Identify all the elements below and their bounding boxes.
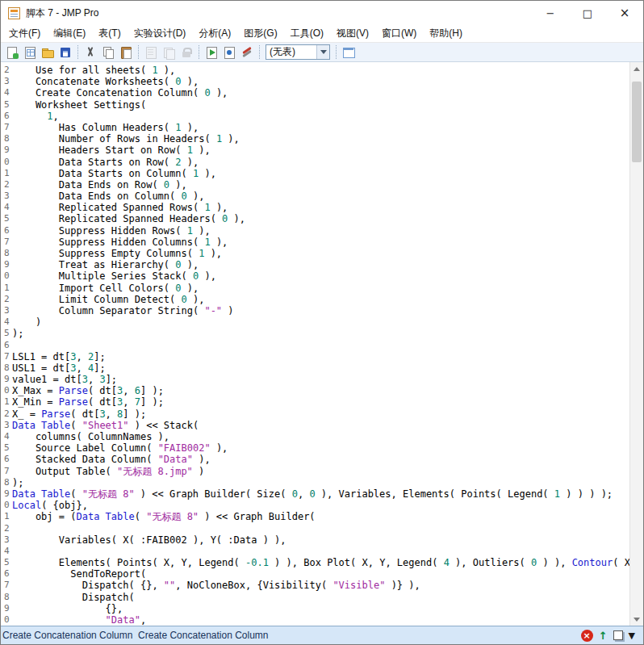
code-line[interactable]: 9value1 = dt[3, 3]; bbox=[1, 374, 629, 385]
code-text: USL1 = dt[3, 4]; bbox=[12, 362, 106, 374]
debug-script-icon-button[interactable] bbox=[220, 44, 238, 61]
code-line[interactable]: 8 Suppress Empty Columns( 1 ), bbox=[1, 248, 629, 259]
code-line[interactable]: 7 Dispatch( {}, "", NoCloneBox, {Visibil… bbox=[1, 580, 629, 591]
new-script-icon-button[interactable] bbox=[3, 44, 21, 61]
line-number: 1 bbox=[1, 511, 12, 522]
code-line[interactable]: 2 Limit Column Detect( 0 ), bbox=[1, 294, 629, 305]
code-line[interactable]: 7 Output Table( "无标题 8.jmp" ) bbox=[1, 466, 629, 477]
code-line[interactable]: 2X_ = Parse( dt[3, 8] ); bbox=[1, 408, 629, 420]
menu-item[interactable]: 工具(O) bbox=[284, 25, 330, 42]
code-line[interactable]: 6 1, bbox=[1, 111, 629, 122]
run-script-icon-button[interactable] bbox=[203, 44, 220, 61]
code-text: ) bbox=[12, 316, 41, 328]
layout-icon bbox=[162, 46, 175, 59]
paste-icon-button[interactable] bbox=[117, 44, 135, 61]
menu-item[interactable]: 窗口(W) bbox=[375, 25, 423, 42]
copy-icon-button[interactable] bbox=[99, 44, 117, 61]
code-line[interactable]: 6 Suppress Hidden Rows( 1 ), bbox=[1, 225, 629, 237]
code-line[interactable]: 3 Column Separator String( "-" ) bbox=[1, 305, 629, 316]
chevron-down-icon[interactable] bbox=[316, 45, 329, 59]
new-data-table-icon-button[interactable] bbox=[21, 44, 39, 61]
cut-icon-button[interactable] bbox=[82, 44, 99, 61]
code-line[interactable]: 4 Replicated Spanned Rows( 1 ), bbox=[1, 202, 629, 213]
code-line[interactable]: 0 "Data", bbox=[1, 614, 629, 626]
code-line[interactable]: 5 Elements( Points( X, Y, Legend( -0.1 )… bbox=[1, 557, 629, 568]
menubar: 文件(F)编辑(E)表(T)实验设计(D)分析(A)图形(G)工具(O)视图(V… bbox=[1, 25, 643, 43]
menu-item[interactable]: 文件(F) bbox=[2, 25, 47, 42]
maximize-button[interactable]: □ bbox=[569, 1, 606, 25]
code-line[interactable]: 3 Concatenate Worksheets( 0 ), bbox=[1, 76, 629, 87]
menu-item[interactable]: 实验设计(D) bbox=[128, 25, 193, 42]
code-line[interactable]: 7 Has Column Headers( 1 ), bbox=[1, 122, 629, 133]
menu-item[interactable]: 图形(G) bbox=[237, 25, 283, 42]
script-editor: 2 Use for all sheets( 1 ),3 Concatenate … bbox=[1, 62, 643, 626]
code-line[interactable]: 4 Create Concatenation Column( 0 ), bbox=[1, 87, 629, 98]
code-line[interactable]: 6 bbox=[1, 340, 629, 351]
code-line[interactable]: 1 Import Cell Colors( 0 ), bbox=[1, 283, 629, 294]
scrollbar-thumb[interactable] bbox=[632, 82, 642, 162]
code-line[interactable]: 8 Number of Rows in Headers( 1 ), bbox=[1, 133, 629, 144]
scroll-to-top-icon[interactable]: ↑ bbox=[599, 630, 608, 642]
code-line[interactable]: 2 Data Ends on Row( 0 ), bbox=[1, 179, 629, 191]
code-line[interactable]: 9 Headers Start on Row( 1 ), bbox=[1, 144, 629, 156]
data-table-window-icon-button[interactable] bbox=[340, 44, 358, 61]
code-line[interactable]: 4 bbox=[1, 546, 629, 557]
code-line[interactable]: 8); bbox=[1, 477, 629, 488]
code-text: Dispatch( bbox=[12, 592, 135, 603]
menu-item[interactable]: 视图(V) bbox=[330, 25, 375, 42]
code-text: obj = (Data Table( "无标题 8" ) << Graph Bu… bbox=[12, 511, 316, 522]
scroll-up-arrow-icon[interactable] bbox=[630, 62, 643, 75]
table-select-dropdown[interactable]: (无表) bbox=[266, 44, 330, 60]
code-line[interactable]: 2 Use for all sheets( 1 ), bbox=[1, 65, 629, 76]
code-line[interactable]: 6 SendToReport( bbox=[1, 568, 629, 580]
close-button[interactable]: × bbox=[606, 1, 643, 25]
code-line[interactable]: 5 Replicated Spanned Headers( 0 ), bbox=[1, 213, 629, 224]
table-select-value: (无表) bbox=[266, 45, 316, 59]
code-line[interactable]: 0Local( {obj}, bbox=[1, 500, 629, 511]
error-log-icon[interactable]: × bbox=[581, 630, 593, 642]
more-options-icon[interactable]: ▼ bbox=[629, 630, 635, 641]
code-line[interactable]: 1 Data Starts on Column( 1 ), bbox=[1, 168, 629, 179]
menu-item[interactable]: 分析(A) bbox=[192, 25, 237, 42]
code-line[interactable]: 4 ) bbox=[1, 316, 629, 328]
code-line[interactable]: 4 columns( ColumnNames ), bbox=[1, 431, 629, 442]
code-line[interactable]: 3 Data Ends on Column( 0 ), bbox=[1, 191, 629, 202]
code-line[interactable]: 1 obj = (Data Table( "无标题 8" ) << Graph … bbox=[1, 511, 629, 522]
code-line[interactable]: 3 Variables( X( :FAIB002 ), Y( :Data ) )… bbox=[1, 534, 629, 546]
code-line[interactable]: 9Data Table( "无标题 8" ) << Graph Builder(… bbox=[1, 488, 629, 500]
code-line[interactable]: 0 Data Starts on Row( 2 ), bbox=[1, 157, 629, 168]
code-line[interactable]: 7LSL1 = dt[3, 2]; bbox=[1, 351, 629, 362]
menu-item[interactable]: 编辑(E) bbox=[47, 25, 92, 42]
code-text: Create Concatenation Column( 0 ), bbox=[12, 87, 228, 98]
statusbar-icons: ×↑▼ bbox=[581, 630, 643, 642]
code-line[interactable]: 5 Source Label Column( "FAIB002" ), bbox=[1, 442, 629, 454]
vertical-scrollbar[interactable] bbox=[629, 62, 643, 626]
code-area[interactable]: 2 Use for all sheets( 1 ),3 Concatenate … bbox=[1, 62, 629, 626]
open-icon-button[interactable] bbox=[39, 44, 56, 61]
code-line[interactable]: 9 Treat as Hierarchy( 0 ), bbox=[1, 259, 629, 270]
code-line[interactable]: 2 bbox=[1, 523, 629, 534]
window-icon[interactable] bbox=[613, 630, 623, 640]
code-text: Data Starts on Column( 1 ), bbox=[12, 168, 216, 179]
menu-item[interactable]: 帮助(H) bbox=[423, 25, 469, 42]
minimize-button[interactable]: − bbox=[532, 1, 569, 25]
code-line[interactable]: 0 Multiple Series Stack( 0 ), bbox=[1, 270, 629, 282]
code-text: Suppress Hidden Columns( 1 ), bbox=[12, 237, 228, 248]
line-number: 2 bbox=[1, 65, 12, 76]
code-line[interactable]: 8USL1 = dt[3, 4]; bbox=[1, 362, 629, 374]
code-line[interactable]: 8 Dispatch( bbox=[1, 592, 629, 603]
code-line[interactable]: 0X_Max = Parse( dt[3, 6] ); bbox=[1, 385, 629, 396]
save-icon-button[interactable] bbox=[56, 44, 74, 61]
new-script-icon bbox=[6, 46, 19, 59]
code-line[interactable]: 1X_Min = Parse( dt[3, 7] ); bbox=[1, 396, 629, 408]
code-line[interactable]: 9 {}, bbox=[1, 603, 629, 614]
menu-item[interactable]: 表(T) bbox=[92, 25, 127, 42]
code-line[interactable]: 3Data Table( "Sheet1" ) << Stack( bbox=[1, 420, 629, 431]
code-line[interactable]: 7 Suppress Hidden Columns( 1 ), bbox=[1, 237, 629, 248]
code-text: Elements( Points( X, Y, Legend( -0.1 ) )… bbox=[12, 557, 629, 568]
tools-icon-button[interactable] bbox=[238, 44, 256, 61]
code-line[interactable]: 6 Stacked Data Column( "Data" ), bbox=[1, 454, 629, 465]
scroll-down-arrow-icon[interactable] bbox=[630, 613, 643, 626]
code-line[interactable]: 5 Worksheet Settings( bbox=[1, 99, 629, 111]
code-line[interactable]: 5); bbox=[1, 328, 629, 339]
